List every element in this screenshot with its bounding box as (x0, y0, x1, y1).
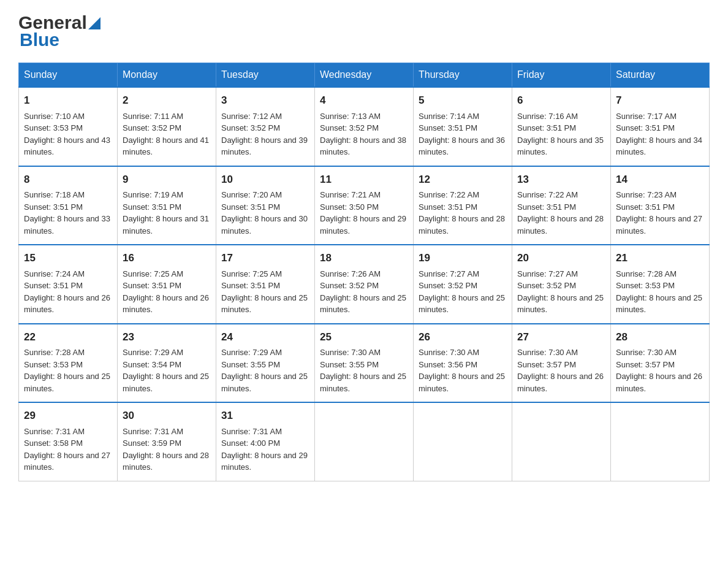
calendar-cell: 20Sunrise: 7:27 AMSunset: 3:52 PMDayligh… (512, 245, 611, 324)
page-header: G eneral Blue (18, 12, 710, 50)
col-header-monday: Monday (118, 63, 216, 88)
day-info: Sunrise: 7:11 AMSunset: 3:52 PMDaylight:… (123, 110, 211, 158)
calendar-cell: 1Sunrise: 7:10 AMSunset: 3:53 PMDaylight… (19, 87, 118, 166)
calendar-week-row: 22Sunrise: 7:28 AMSunset: 3:53 PMDayligh… (19, 324, 710, 403)
day-info: Sunrise: 7:20 AMSunset: 3:51 PMDaylight:… (221, 189, 309, 237)
calendar-week-row: 1Sunrise: 7:10 AMSunset: 3:53 PMDaylight… (19, 87, 710, 166)
calendar-cell: 17Sunrise: 7:25 AMSunset: 3:51 PMDayligh… (216, 245, 315, 324)
day-number: 25 (320, 329, 408, 345)
day-number: 17 (221, 250, 309, 266)
day-info: Sunrise: 7:30 AMSunset: 3:56 PMDaylight:… (419, 347, 507, 394)
day-info: Sunrise: 7:30 AMSunset: 3:57 PMDaylight:… (616, 347, 704, 394)
calendar-cell: 10Sunrise: 7:20 AMSunset: 3:51 PMDayligh… (216, 166, 315, 245)
day-info: Sunrise: 7:26 AMSunset: 3:52 PMDaylight:… (320, 268, 408, 316)
day-number: 16 (123, 250, 211, 266)
day-info: Sunrise: 7:18 AMSunset: 3:51 PMDaylight:… (24, 189, 112, 237)
day-number: 13 (517, 172, 605, 188)
calendar-cell (611, 402, 710, 481)
day-info: Sunrise: 7:24 AMSunset: 3:51 PMDaylight:… (24, 268, 112, 316)
calendar-header-row: SundayMondayTuesdayWednesdayThursdayFrid… (19, 63, 710, 88)
day-info: Sunrise: 7:10 AMSunset: 3:53 PMDaylight:… (24, 110, 112, 158)
calendar-cell (315, 402, 414, 481)
day-info: Sunrise: 7:30 AMSunset: 3:57 PMDaylight:… (517, 347, 605, 394)
calendar-cell: 4Sunrise: 7:13 AMSunset: 3:52 PMDaylight… (315, 87, 414, 166)
day-info: Sunrise: 7:25 AMSunset: 3:51 PMDaylight:… (123, 268, 211, 316)
calendar-cell: 3Sunrise: 7:12 AMSunset: 3:52 PMDaylight… (216, 87, 315, 166)
calendar-cell: 23Sunrise: 7:29 AMSunset: 3:54 PMDayligh… (118, 324, 216, 403)
calendar-cell: 28Sunrise: 7:30 AMSunset: 3:57 PMDayligh… (611, 324, 710, 403)
calendar-cell: 15Sunrise: 7:24 AMSunset: 3:51 PMDayligh… (19, 245, 118, 324)
day-number: 3 (221, 93, 309, 109)
calendar-cell: 9Sunrise: 7:19 AMSunset: 3:51 PMDaylight… (118, 166, 216, 245)
calendar-week-row: 8Sunrise: 7:18 AMSunset: 3:51 PMDaylight… (19, 166, 710, 245)
day-info: Sunrise: 7:21 AMSunset: 3:50 PMDaylight:… (320, 189, 408, 237)
day-number: 14 (616, 172, 704, 188)
day-number: 2 (123, 93, 211, 109)
day-info: Sunrise: 7:17 AMSunset: 3:51 PMDaylight:… (616, 110, 704, 158)
calendar-cell: 19Sunrise: 7:27 AMSunset: 3:52 PMDayligh… (414, 245, 512, 324)
logo-blue-text: Blue (20, 29, 59, 50)
day-number: 20 (517, 250, 605, 266)
day-number: 15 (24, 250, 112, 266)
col-header-sunday: Sunday (19, 63, 118, 88)
calendar-week-row: 29Sunrise: 7:31 AMSunset: 3:58 PMDayligh… (19, 402, 710, 481)
day-number: 11 (320, 172, 408, 188)
calendar-cell: 24Sunrise: 7:29 AMSunset: 3:55 PMDayligh… (216, 324, 315, 403)
calendar-cell: 16Sunrise: 7:25 AMSunset: 3:51 PMDayligh… (118, 245, 216, 324)
day-info: Sunrise: 7:27 AMSunset: 3:52 PMDaylight:… (419, 268, 507, 316)
day-number: 27 (517, 329, 605, 345)
day-number: 26 (419, 329, 507, 345)
day-info: Sunrise: 7:31 AMSunset: 4:00 PMDaylight:… (221, 426, 309, 473)
col-header-wednesday: Wednesday (315, 63, 414, 88)
day-number: 9 (123, 172, 211, 188)
calendar-cell: 2Sunrise: 7:11 AMSunset: 3:52 PMDaylight… (118, 87, 216, 166)
col-header-thursday: Thursday (414, 63, 512, 88)
calendar-week-row: 15Sunrise: 7:24 AMSunset: 3:51 PMDayligh… (19, 245, 710, 324)
day-number: 4 (320, 93, 408, 109)
calendar-cell (512, 402, 611, 481)
day-number: 24 (221, 329, 309, 345)
calendar-cell: 8Sunrise: 7:18 AMSunset: 3:51 PMDaylight… (19, 166, 118, 245)
day-number: 31 (221, 408, 309, 424)
day-number: 21 (616, 250, 704, 266)
day-info: Sunrise: 7:28 AMSunset: 3:53 PMDaylight:… (24, 347, 112, 394)
day-info: Sunrise: 7:27 AMSunset: 3:52 PMDaylight:… (517, 268, 605, 316)
day-number: 12 (419, 172, 507, 188)
col-header-friday: Friday (512, 63, 611, 88)
day-number: 7 (616, 93, 704, 109)
day-info: Sunrise: 7:13 AMSunset: 3:52 PMDaylight:… (320, 110, 408, 158)
day-info: Sunrise: 7:16 AMSunset: 3:51 PMDaylight:… (517, 110, 605, 158)
day-number: 8 (24, 172, 112, 188)
day-info: Sunrise: 7:29 AMSunset: 3:54 PMDaylight:… (123, 347, 211, 394)
day-info: Sunrise: 7:25 AMSunset: 3:51 PMDaylight:… (221, 268, 309, 316)
calendar-cell (414, 402, 512, 481)
logo: G eneral Blue (18, 12, 100, 50)
calendar-cell: 11Sunrise: 7:21 AMSunset: 3:50 PMDayligh… (315, 166, 414, 245)
calendar-cell: 5Sunrise: 7:14 AMSunset: 3:51 PMDaylight… (414, 87, 512, 166)
day-number: 6 (517, 93, 605, 109)
day-info: Sunrise: 7:22 AMSunset: 3:51 PMDaylight:… (517, 189, 605, 237)
calendar-cell: 6Sunrise: 7:16 AMSunset: 3:51 PMDaylight… (512, 87, 611, 166)
day-info: Sunrise: 7:31 AMSunset: 3:58 PMDaylight:… (24, 426, 112, 473)
col-header-tuesday: Tuesday (216, 63, 315, 88)
calendar-cell: 13Sunrise: 7:22 AMSunset: 3:51 PMDayligh… (512, 166, 611, 245)
calendar-cell: 18Sunrise: 7:26 AMSunset: 3:52 PMDayligh… (315, 245, 414, 324)
day-number: 30 (123, 408, 211, 424)
day-info: Sunrise: 7:14 AMSunset: 3:51 PMDaylight:… (419, 110, 507, 158)
calendar-cell: 14Sunrise: 7:23 AMSunset: 3:51 PMDayligh… (611, 166, 710, 245)
day-info: Sunrise: 7:28 AMSunset: 3:53 PMDaylight:… (616, 268, 704, 316)
day-number: 5 (419, 93, 507, 109)
day-info: Sunrise: 7:30 AMSunset: 3:55 PMDaylight:… (320, 347, 408, 394)
day-info: Sunrise: 7:23 AMSunset: 3:51 PMDaylight:… (616, 189, 704, 237)
calendar-cell: 29Sunrise: 7:31 AMSunset: 3:58 PMDayligh… (19, 402, 118, 481)
day-number: 18 (320, 250, 408, 266)
calendar-cell: 30Sunrise: 7:31 AMSunset: 3:59 PMDayligh… (118, 402, 216, 481)
day-number: 29 (24, 408, 112, 424)
day-info: Sunrise: 7:12 AMSunset: 3:52 PMDaylight:… (221, 110, 309, 158)
day-info: Sunrise: 7:29 AMSunset: 3:55 PMDaylight:… (221, 347, 309, 394)
calendar-table: SundayMondayTuesdayWednesdayThursdayFrid… (18, 63, 710, 481)
logo-triangle-icon (88, 17, 100, 29)
calendar-cell: 12Sunrise: 7:22 AMSunset: 3:51 PMDayligh… (414, 166, 512, 245)
day-number: 22 (24, 329, 112, 345)
calendar-cell: 22Sunrise: 7:28 AMSunset: 3:53 PMDayligh… (19, 324, 118, 403)
